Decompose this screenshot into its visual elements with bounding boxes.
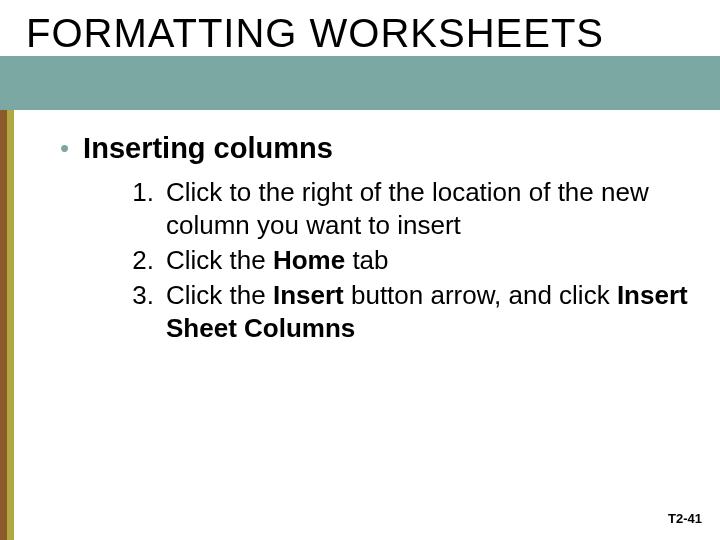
list-text: Click to the right of the location of th… [166, 176, 700, 242]
title-band [0, 56, 720, 110]
slide-title: FORMATTING WORKSHEETS [26, 11, 706, 56]
list-marker: 2. [118, 244, 166, 277]
list-text: Click the Home tab [166, 244, 700, 277]
bullet-dot-icon: • [60, 130, 69, 166]
slide-number: T2-41 [668, 511, 702, 526]
text-bold: Home [273, 245, 345, 275]
text-run: tab [345, 245, 388, 275]
text-run: Click to the right of the location of th… [166, 177, 649, 240]
bullet-item: • Inserting columns [60, 130, 700, 166]
body-content: • Inserting columns 1. Click to the righ… [60, 130, 700, 347]
text-bold: Insert [273, 280, 344, 310]
slide: FORMATTING WORKSHEETS • Inserting column… [0, 0, 720, 540]
text-run: button arrow, and click [344, 280, 617, 310]
numbered-list: 1. Click to the right of the location of… [118, 176, 700, 345]
text-run: Click the [166, 280, 273, 310]
list-item: 3. Click the Insert button arrow, and cl… [118, 279, 700, 345]
text-run: Click the [166, 245, 273, 275]
list-item: 1. Click to the right of the location of… [118, 176, 700, 242]
list-marker: 1. [118, 176, 166, 209]
bullet-text: Inserting columns [83, 130, 333, 166]
list-marker: 3. [118, 279, 166, 312]
list-text: Click the Insert button arrow, and click… [166, 279, 700, 345]
accent-stripe-brown [0, 110, 7, 540]
list-item: 2. Click the Home tab [118, 244, 700, 277]
